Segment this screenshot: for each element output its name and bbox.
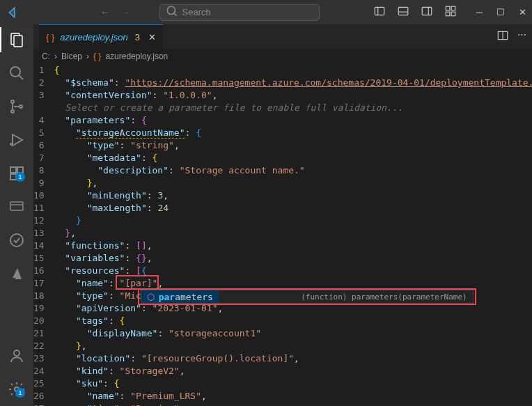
svg-point-17 (11, 110, 14, 113)
more-actions-icon[interactable]: ⋯ (517, 29, 526, 44)
settings-gear-icon[interactable]: 1 (7, 380, 26, 399)
split-editor-icon[interactable] (496, 29, 509, 44)
tab-close-icon[interactable]: ✕ (148, 32, 156, 42)
svg-rect-20 (10, 167, 16, 173)
svg-line-15 (19, 75, 23, 79)
remote-icon[interactable] (7, 197, 26, 217)
window-controls: ─ ☐ ✕ (476, 7, 526, 17)
panel-left-icon[interactable] (373, 5, 386, 19)
activity-bar: 1 1 (0, 24, 33, 406)
line-numbers: 1 2 3 4 5 6 7 8 9 10 11 12 13 14 15 16 1… (33, 64, 54, 406)
svg-point-27 (14, 350, 19, 356)
svg-rect-10 (446, 12, 450, 16)
breadcrumb-seg: azuredeploy.json (105, 52, 168, 61)
svg-rect-9 (451, 6, 455, 10)
json-file-icon: { } (46, 32, 54, 42)
intellisense-rest: ameters (175, 292, 213, 302)
editor-area: { } azuredeploy.json 3 ✕ ⋯ C: › Bicep › … (33, 24, 532, 406)
minimize-icon[interactable]: ─ (476, 7, 483, 17)
search-icon (166, 5, 178, 19)
svg-point-16 (11, 100, 14, 103)
testing-icon[interactable] (7, 231, 26, 250)
panel-right-icon[interactable] (421, 5, 433, 19)
svg-line-1 (174, 13, 176, 15)
json-file-icon: { } (93, 52, 101, 61)
title-bar: ← → Search ─ ☐ ✕ (0, 0, 532, 24)
editor-tab[interactable]: { } azuredeploy.json 3 ✕ (39, 24, 163, 49)
panel-bottom-icon[interactable] (397, 5, 409, 19)
svg-point-18 (19, 105, 22, 108)
settings-badge: 1 (15, 388, 25, 398)
tab-filename: azuredeploy.json (60, 32, 127, 42)
command-center-search[interactable]: Search (159, 4, 320, 21)
method-icon: ⬡ (147, 292, 155, 302)
close-icon[interactable]: ✕ (519, 7, 526, 17)
accounts-icon[interactable] (7, 346, 26, 366)
layout-customize-icon[interactable] (444, 5, 457, 19)
forward-arrow-icon[interactable]: → (120, 7, 130, 17)
code-content[interactable]: { "$schema": "https://schema.management.… (54, 64, 532, 406)
svg-point-14 (10, 67, 20, 77)
svg-point-19 (10, 143, 12, 145)
svg-rect-2 (375, 7, 384, 15)
azure-icon[interactable] (7, 264, 26, 283)
nav-arrows: ← → (100, 7, 130, 17)
breadcrumb-seg: Bicep (61, 52, 82, 61)
vscode-logo-icon (6, 6, 18, 19)
breadcrumb[interactable]: C: › Bicep › { } azuredeploy.json (33, 49, 532, 64)
extensions-icon[interactable]: 1 (7, 164, 26, 183)
layout-controls (373, 5, 457, 19)
svg-rect-8 (446, 6, 450, 10)
svg-rect-6 (422, 7, 432, 15)
code-editor[interactable]: 1 2 3 4 5 6 7 8 9 10 11 12 13 14 15 16 1… (33, 64, 532, 406)
maximize-icon[interactable]: ☐ (496, 7, 505, 17)
breadcrumb-seg: C: (42, 52, 50, 61)
explorer-icon[interactable] (7, 30, 26, 49)
svg-point-0 (167, 6, 175, 14)
svg-point-26 (10, 234, 23, 247)
extensions-badge: 1 (15, 172, 25, 182)
intellisense-detail: (function) parameters(parameterName) (295, 292, 472, 302)
run-debug-icon[interactable] (7, 130, 26, 150)
svg-rect-24 (10, 202, 23, 210)
back-arrow-icon[interactable]: ← (100, 7, 109, 17)
chevron-right-icon: › (54, 52, 57, 61)
tab-problems-count: 3 (135, 32, 140, 42)
intellisense-popup[interactable]: ⬡ parameters (function) parameters(param… (141, 290, 474, 304)
intellisense-item[interactable]: ⬡ parameters (141, 290, 219, 303)
svg-rect-13 (14, 36, 22, 47)
svg-rect-4 (398, 7, 408, 15)
search-activity-icon[interactable] (7, 63, 26, 83)
source-control-icon[interactable] (7, 97, 26, 116)
svg-rect-11 (451, 12, 455, 16)
search-placeholder: Search (182, 7, 211, 17)
intellisense-match: par (159, 292, 175, 302)
chevron-right-icon: › (86, 52, 89, 61)
tabs-bar: { } azuredeploy.json 3 ✕ ⋯ (33, 24, 532, 49)
